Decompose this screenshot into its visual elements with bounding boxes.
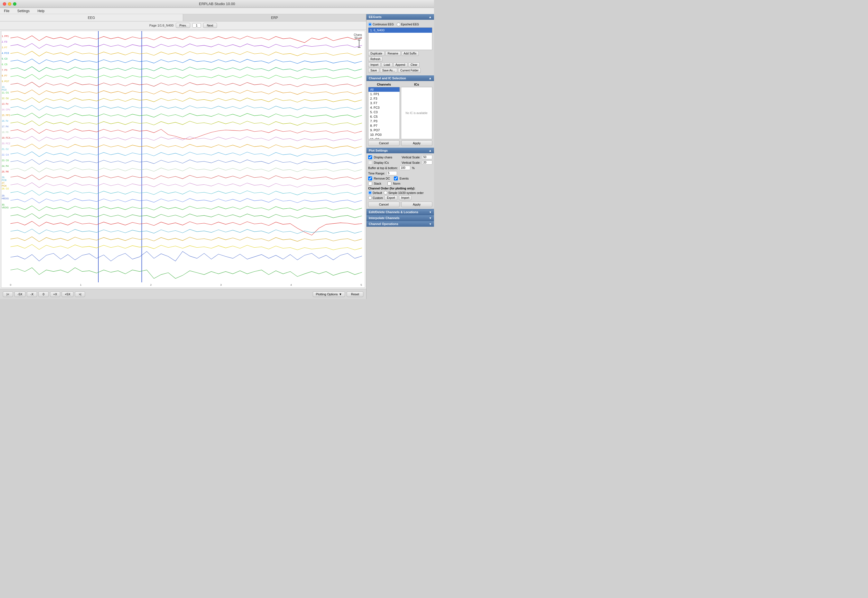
chan-label-1: 1. FP1	[2, 35, 9, 37]
menu-settings[interactable]: Settings	[15, 9, 31, 13]
events-checkbox[interactable]	[394, 176, 398, 181]
next-button[interactable]: Next	[203, 23, 217, 28]
continuous-eeg-option[interactable]: Continuous EEG	[368, 22, 394, 26]
page-input[interactable]	[192, 23, 201, 28]
nav-plus5x-button[interactable]: +5X	[61, 292, 73, 297]
custom-order-option[interactable]: Custom	[368, 196, 383, 200]
nav-zero-button[interactable]: 0	[38, 292, 49, 297]
vertical-scale-label-chans: Vertical Scale:	[402, 155, 420, 159]
edit-channels-section[interactable]: Edit/Delete Channels & Locations ▼	[366, 209, 434, 215]
channel-all[interactable]: All	[369, 87, 400, 92]
channel-list[interactable]: All 1. FP1 2. F3 3. F7 4. FC3 5. C3 6. C…	[368, 87, 400, 139]
chan-label-11: 11. O1	[2, 91, 9, 94]
nav-first-button[interactable]: |<	[3, 292, 13, 297]
channel-4[interactable]: 4. FC3	[369, 105, 400, 110]
epoched-eeg-radio[interactable]	[397, 22, 400, 26]
refresh-button[interactable]: Refresh	[368, 57, 382, 61]
channel-6[interactable]: 6. C5	[369, 114, 400, 119]
eegsets-header: EEGsets ▲	[366, 14, 434, 20]
channel-8[interactable]: 8. P7	[369, 123, 400, 128]
x-tick-2: 2	[150, 284, 151, 286]
append-button[interactable]: Append	[393, 63, 408, 67]
save-as-button[interactable]: Save As...	[380, 68, 397, 73]
eegset-item-1[interactable]: 1. 6_N400	[369, 28, 432, 33]
channel-ops-section[interactable]: Channel Operations ▼	[366, 221, 434, 227]
add-suffix-button[interactable]: Add Suffix	[402, 51, 419, 56]
eegsets-action-buttons: Duplicate Rename Add Suffix Refresh	[368, 51, 432, 61]
rename-button[interactable]: Rename	[385, 51, 401, 56]
current-folder-button[interactable]: Current Folder	[398, 68, 421, 73]
duplicate-button[interactable]: Duplicate	[368, 51, 385, 56]
save-button[interactable]: Save	[368, 68, 379, 73]
plotting-options-button[interactable]: Plotting Options ▼	[313, 292, 345, 297]
window-buttons	[3, 2, 16, 6]
tab-bar: EEG ERP	[0, 14, 366, 21]
channel-2[interactable]: 2. F3	[369, 96, 400, 101]
buffer-input[interactable]	[400, 166, 410, 170]
chan-label-30: 30. VEOG	[2, 203, 10, 209]
display-chans-checkbox[interactable]	[368, 155, 372, 159]
minimize-button[interactable]	[8, 2, 11, 6]
stack-norm-row: Stack Norm	[368, 182, 432, 185]
default-order-radio[interactable]	[368, 191, 372, 194]
import-button[interactable]: Import	[368, 63, 381, 67]
tab-eeg[interactable]: EEG	[0, 14, 183, 21]
ics-scale-input[interactable]	[422, 160, 432, 164]
chans-scale-input[interactable]	[422, 155, 432, 159]
chan-cancel-button[interactable]: Cancel	[368, 141, 400, 146]
remove-dc-checkbox[interactable]	[368, 176, 372, 181]
x-axis: 0 1 2 3 4 5	[10, 284, 362, 286]
eegsets-scroll-icon: ▲	[429, 15, 432, 19]
nav-minusx-button[interactable]: -X	[27, 292, 37, 297]
chan-label-17: 17. F4	[2, 125, 9, 128]
export-order-button[interactable]: Export	[385, 195, 397, 200]
stack-checkbox[interactable]	[368, 182, 372, 185]
chan-ic-action-buttons: Cancel Apply	[368, 141, 432, 146]
simple1020-order-radio[interactable]	[384, 191, 387, 194]
channel-ops-label: Channel Operations	[369, 222, 399, 226]
prev-button[interactable]: Prev.	[176, 23, 190, 28]
channel-10[interactable]: 10. PO3	[369, 132, 400, 137]
import-order-button[interactable]: Import	[399, 195, 411, 200]
interpolate-arrow-icon: ▼	[429, 217, 432, 220]
stack-label: Stack	[374, 182, 381, 185]
channel-7[interactable]: 7. P3	[369, 119, 400, 123]
eegsets-action-buttons-3: Save Save As... Current Folder	[368, 68, 432, 73]
nav-last-button[interactable]: >|	[75, 292, 85, 297]
norm-checkbox[interactable]	[387, 182, 391, 185]
nav-minus5x-button[interactable]: -5X	[14, 292, 25, 297]
interpolate-section[interactable]: Interpolate Channels ▼	[366, 215, 434, 221]
maximize-button[interactable]	[13, 2, 16, 6]
ps-cancel-button[interactable]: Cancel	[368, 202, 400, 207]
load-button[interactable]: Load	[381, 63, 392, 67]
chan-ic-section-header: Channel and IC Selection ▲	[366, 75, 434, 81]
channel-1[interactable]: 1. FP1	[369, 92, 400, 96]
titlebar: ERPLAB Studio 10.00	[0, 0, 434, 8]
reset-button[interactable]: Reset	[347, 292, 363, 297]
eegsets-action-buttons-2: Import Load Append Clear	[368, 63, 432, 67]
close-button[interactable]	[3, 2, 6, 6]
chan-label-21: 21. Cz	[2, 148, 9, 151]
ic-list: No IC is available	[401, 87, 433, 139]
ps-apply-button[interactable]: Apply	[401, 202, 433, 207]
tab-erp[interactable]: ERP	[183, 14, 366, 21]
menu-file[interactable]: File	[2, 9, 11, 13]
bottom-toolbar: |< -5X -X 0 +X +5X >| Plotting Options ▼…	[0, 289, 366, 299]
nav-plusx-button[interactable]: +X	[50, 292, 60, 297]
continuous-eeg-radio[interactable]	[368, 22, 372, 26]
display-ics-checkbox[interactable]	[368, 161, 372, 164]
simple1020-order-option[interactable]: Simple 10/20 system order	[384, 191, 424, 194]
default-order-option[interactable]: Default	[368, 191, 382, 194]
menu-help[interactable]: Help	[36, 9, 46, 13]
channel-3[interactable]: 3. F7	[369, 101, 400, 105]
time-range-input[interactable]	[387, 171, 397, 175]
clear-button[interactable]: Clear	[408, 63, 420, 67]
channel-11[interactable]: 11. O1	[369, 137, 400, 139]
channel-9[interactable]: 9. PO7	[369, 128, 400, 132]
epoched-eeg-option[interactable]: Epoched EEG	[397, 22, 419, 26]
custom-order-radio[interactable]	[368, 196, 372, 200]
channel-5[interactable]: 5. C3	[369, 110, 400, 114]
chan-apply-button[interactable]: Apply	[401, 141, 433, 146]
chan-label-12: 12. Oz	[2, 97, 9, 100]
remove-dc-label: Remove DC	[374, 177, 390, 180]
